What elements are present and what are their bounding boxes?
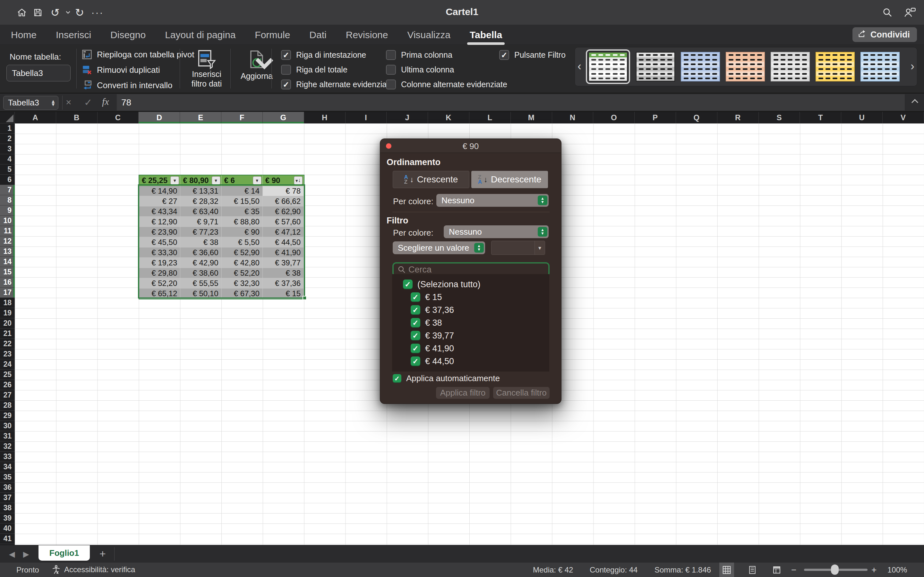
row-header-23[interactable]: 23 — [0, 349, 15, 359]
column-header-t[interactable]: T — [800, 112, 841, 123]
table-cell[interactable]: € 42,90 — [180, 258, 221, 268]
table-cell[interactable]: € 77,23 — [180, 227, 221, 237]
table-cell[interactable]: € 32,30 — [222, 278, 263, 288]
row-header-12[interactable]: 12 — [0, 236, 15, 247]
table-cell[interactable]: € 55,55 — [180, 278, 221, 288]
sort-ascending-button[interactable]: AZ ↓ Crescente — [393, 171, 469, 188]
sheet-tab-foglio1[interactable]: Foglio1 — [39, 545, 90, 561]
prev-sheet-icon[interactable]: ◀ — [9, 550, 15, 559]
table-cell[interactable]: € 41,90 — [263, 247, 304, 258]
filter-value-combo[interactable]: ▼ — [491, 241, 545, 255]
row-header-37[interactable]: 37 — [0, 493, 15, 503]
column-header-h[interactable]: H — [304, 112, 346, 123]
table-cell[interactable]: € 23,90 — [139, 227, 180, 237]
table-cell[interactable]: € 52,20 — [222, 268, 263, 278]
table-cell[interactable]: € 57,60 — [263, 217, 304, 227]
row-header-20[interactable]: 20 — [0, 318, 15, 329]
refresh-button[interactable]: Aggiorna — [236, 49, 277, 81]
table-cell[interactable]: € 47,12 — [263, 227, 304, 237]
row-header-29[interactable]: 29 — [0, 411, 15, 421]
column-header-j[interactable]: J — [387, 112, 428, 123]
search-icon[interactable] — [881, 6, 894, 19]
table-cell[interactable]: € 9,71 — [180, 217, 221, 227]
clear-filter-button[interactable]: Cancella filtro — [493, 387, 549, 399]
table-cell[interactable]: € 36,60 — [180, 247, 221, 258]
filter-item-41-90[interactable]: ✓€ 41,90 — [392, 342, 549, 355]
table-cell[interactable]: € 50,10 — [180, 288, 221, 299]
row-header-13[interactable]: 13 — [0, 247, 15, 257]
table-style-azzurro[interactable] — [861, 52, 900, 81]
row-header-24[interactable]: 24 — [0, 359, 15, 370]
column-header-d[interactable]: D — [139, 112, 180, 123]
table-cell[interactable]: € 14,90 — [139, 186, 180, 196]
row-header-33[interactable]: 33 — [0, 452, 15, 462]
filter-item-38[interactable]: ✓€ 38 — [392, 316, 549, 329]
row-header-21[interactable]: 21 — [0, 329, 15, 339]
table-name-input[interactable] — [6, 65, 71, 81]
table-style-blu[interactable] — [681, 52, 720, 81]
ribbon-tab-dati[interactable]: Dati — [308, 29, 328, 40]
row-header-6[interactable]: 6 — [0, 175, 15, 185]
name-box[interactable]: Tabella3 ▲▼ — [3, 96, 58, 110]
row-header-18[interactable]: 18 — [0, 298, 15, 308]
auto-apply-checkbox[interactable]: ✓ Applica automaticamente — [393, 374, 500, 384]
table-cell[interactable]: € 29,80 — [139, 268, 180, 278]
sort-descending-button[interactable]: ZA ↓ Decrescente — [471, 171, 548, 188]
sort-by-color-dropdown[interactable]: Nessuno ▲▼ — [436, 194, 549, 207]
table-style-arancione[interactable] — [726, 52, 765, 81]
row-header-27[interactable]: 27 — [0, 390, 15, 400]
option-riga-di-intestazione[interactable]: ✓Riga di intestazione — [281, 50, 393, 60]
filter-item-37-36[interactable]: ✓€ 37,36 — [392, 303, 549, 316]
row-header-32[interactable]: 32 — [0, 442, 15, 452]
ribbon-tab-revisione[interactable]: Revisione — [344, 29, 389, 40]
zoom-in-button[interactable]: + — [871, 565, 877, 575]
next-sheet-icon[interactable]: ▶ — [23, 550, 29, 559]
row-header-17[interactable]: 17 — [0, 287, 15, 298]
column-header-m[interactable]: M — [511, 112, 552, 123]
row-header-7[interactable]: 7 — [0, 185, 15, 195]
option-prima-colonna[interactable]: Prima colonna — [386, 50, 507, 60]
insert-slicer-button[interactable]: Inserisci filtro dati — [186, 49, 227, 89]
confirm-entry-icon[interactable]: ✓ — [84, 97, 92, 108]
column-header-s[interactable]: S — [759, 112, 800, 123]
table-cell[interactable]: € 19,23 — [139, 258, 180, 268]
filter-item-15[interactable]: ✓€ 15 — [392, 291, 549, 303]
table-cell[interactable]: € 15 — [263, 288, 304, 299]
column-header-v[interactable]: V — [883, 112, 924, 123]
gallery-prev-icon[interactable]: ‹ — [577, 60, 582, 73]
ribbon-tab-tabella[interactable]: Tabella — [468, 29, 503, 40]
choose-value-dropdown[interactable]: Scegliere un valore ▲▼ — [393, 242, 485, 254]
table-cell[interactable]: € 65,12 — [139, 288, 180, 299]
option-pulsante-filtro[interactable]: ✓Pulsante Filtro — [499, 50, 565, 60]
formula-input[interactable]: 78 — [117, 94, 905, 111]
column-header-i[interactable]: I — [346, 112, 387, 123]
page-break-view-button[interactable] — [769, 562, 784, 577]
accessibility-status[interactable]: Accessibilità: verifica — [51, 565, 135, 574]
option-colonne-alternate-evidenziate[interactable]: Colonne alternate evidenziate — [386, 79, 507, 89]
filter-button-25-25[interactable]: ▼ — [170, 176, 179, 185]
column-header-u[interactable]: U — [841, 112, 883, 123]
filter-by-color-dropdown[interactable]: Nessuno ▲▼ — [444, 226, 549, 238]
ribbon-tab-inserisci[interactable]: Inserisci — [55, 29, 92, 40]
row-header-4[interactable]: 4 — [0, 154, 15, 164]
normal-view-button[interactable] — [719, 562, 734, 577]
filter-item-44-50[interactable]: ✓€ 44,50 — [392, 355, 549, 367]
filter-button-90[interactable]: ▾↓ — [294, 176, 302, 185]
table-cell[interactable]: € 38,60 — [180, 268, 221, 278]
cancel-entry-icon[interactable]: × — [66, 97, 71, 108]
row-header-36[interactable]: 36 — [0, 482, 15, 493]
table-style-giallo[interactable] — [816, 52, 855, 81]
table-cell[interactable]: € 52,90 — [222, 247, 263, 258]
filter-search-input[interactable] — [409, 265, 548, 275]
table-cell[interactable]: € 43,34 — [139, 206, 180, 217]
contact-support-icon[interactable] — [903, 6, 916, 19]
column-header-o[interactable]: O — [593, 112, 635, 123]
table-cell[interactable]: € 15,50 — [222, 196, 263, 206]
apply-filter-button[interactable]: Applica filtro — [436, 387, 489, 399]
row-header-14[interactable]: 14 — [0, 257, 15, 267]
option-ultima-colonna[interactable]: Ultima colonna — [386, 65, 507, 75]
column-header-l[interactable]: L — [469, 112, 511, 123]
table-cell[interactable]: € 62,90 — [263, 206, 304, 217]
row-header-40[interactable]: 40 — [0, 524, 15, 534]
row-header-38[interactable]: 38 — [0, 503, 15, 513]
